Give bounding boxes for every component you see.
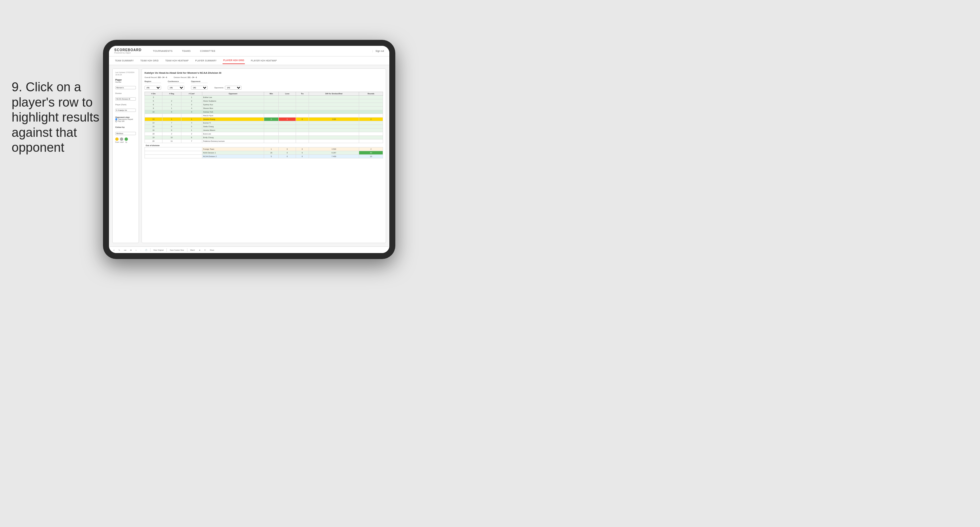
tab-player-h2h-grid[interactable]: PLAYER H2H GRID xyxy=(223,57,245,64)
opponent-view-section: Opponent view Opponents Played Top 100 xyxy=(115,115,136,122)
grid-title: Katelyn Vo Head-to-Head Grid for Women's… xyxy=(145,71,383,75)
grid-table[interactable]: # Div # Reg # Conf Opponent Win Loss Tie… xyxy=(145,92,383,240)
clock-button[interactable]: 🕐 xyxy=(144,249,148,251)
main-content: Last Updated: 27/03/2024 16:55:28 Player… xyxy=(109,65,389,246)
table-row[interactable]: 18 2 2 Euna Lee xyxy=(145,132,383,136)
sidebar-player-rank-section: Player (Rank) 8. Katelyn Vo xyxy=(115,103,136,112)
opponents-label: Opponents: xyxy=(214,87,224,89)
top-100-radio[interactable]: Top 100 xyxy=(115,120,136,122)
toolbar-sep-1 xyxy=(150,248,151,252)
table-row[interactable]: 10 6 3 Andrea York xyxy=(145,110,383,114)
player-section-title: Player xyxy=(115,79,136,81)
watch-button[interactable]: Watch xyxy=(189,249,196,251)
minus-button[interactable]: - xyxy=(140,249,142,251)
table-row-naia[interactable]: NAIA Division 1 15 0 0 9.267 30 xyxy=(145,151,383,155)
nav-tournaments[interactable]: TOURNAMENTS xyxy=(151,49,174,53)
col-conf: # Conf xyxy=(181,92,202,96)
dot-level-label: Level xyxy=(120,141,123,143)
col-tie: Tie xyxy=(296,92,309,96)
zoom-button[interactable]: ⊕ xyxy=(198,249,201,251)
opponent-filter-group: Opponent (All) xyxy=(191,80,208,90)
opponent-select[interactable]: (All) xyxy=(191,86,208,90)
col-diff: Diff Av Strokes/Rnd xyxy=(309,92,359,96)
sidebar-player-section: Player Gender Women's xyxy=(115,79,136,90)
instruction-body: Click on a player's row to highlight res… xyxy=(12,80,99,154)
nav-teams[interactable]: TEAMS xyxy=(181,49,192,53)
nav-committee[interactable]: COMMITTEE xyxy=(199,49,217,53)
division-select[interactable]: NCAA Division III xyxy=(115,97,136,101)
crop-button[interactable]: ⊞ xyxy=(129,249,132,251)
table-row[interactable]: 3 1 Esther Lee xyxy=(145,96,383,99)
records-row: Overall Record: 353 - 34 - 6 Division Re… xyxy=(145,76,383,78)
conference-label: Conference xyxy=(168,80,185,83)
tab-team-h2h-grid[interactable]: TEAM H2H GRID xyxy=(140,57,159,64)
sidebar-division-section: Division NCAA Division III xyxy=(115,92,136,101)
sign-out-button[interactable]: Sign out xyxy=(375,50,384,52)
instruction-text: 9. Click on a player's row to highlight … xyxy=(12,80,105,156)
opponents-value-select[interactable]: (All) xyxy=(225,86,242,90)
table-row[interactable]: 15 8 5 Stella Chang xyxy=(145,125,383,129)
table-row[interactable]: 19 10 6 Emily Chang xyxy=(145,136,383,140)
gender-select[interactable]: Women's xyxy=(115,86,136,89)
dot-up xyxy=(124,138,128,141)
table-row[interactable]: 9 1 4 Sharon Mun xyxy=(145,106,383,110)
logo-subtitle: Powered by clippd xyxy=(114,52,142,54)
share-button[interactable]: Share xyxy=(209,249,215,251)
colour-by-title: Colour by xyxy=(115,126,136,128)
col-rounds: Rounds xyxy=(359,92,383,96)
player-rank-label: Player (Rank) xyxy=(115,103,136,106)
sub-nav: TEAM SUMMARY TEAM H2H GRID TEAM H2H HEAT… xyxy=(109,56,389,65)
tab-team-summary[interactable]: TEAM SUMMARY xyxy=(114,57,135,64)
col-reg: # Reg xyxy=(162,92,181,96)
view-original-button[interactable]: View: Original xyxy=(153,249,165,251)
undo-button[interactable]: ↩ xyxy=(112,249,116,251)
save-custom-button[interactable]: Save Custom View xyxy=(169,249,185,251)
add-button[interactable]: + xyxy=(135,249,138,251)
player-rank-select[interactable]: 8. Katelyn Vo xyxy=(115,109,136,112)
logo: SCOREBOARD Powered by clippd xyxy=(114,49,142,54)
division-record: Division Record: 331 - 34 - 6 xyxy=(174,76,197,78)
table-row-foreign[interactable]: Foreign Team 1 0 0 4.500 2 xyxy=(145,148,383,151)
table-row-ncaa2[interactable]: NCAA Division 2 5 0 0 7.400 10 xyxy=(145,155,383,159)
gender-label: Gender xyxy=(115,81,136,83)
dot-up-label: Up xyxy=(124,141,128,143)
h2h-table: # Div # Reg # Conf Opponent Win Loss Tie… xyxy=(145,92,383,159)
division-label: Division xyxy=(115,92,136,94)
tab-player-summary[interactable]: PLAYER SUMMARY xyxy=(195,57,217,64)
dot-down xyxy=(115,138,119,141)
tablet-frame: SCOREBOARD Powered by clippd TOURNAMENTS… xyxy=(103,40,395,259)
redo-button[interactable]: ↻ xyxy=(118,249,121,251)
table-row[interactable]: 20 11 7 Federica Domecq Lacroze xyxy=(145,140,383,143)
col-win: Win xyxy=(264,92,278,96)
tab-team-h2h-heatmap[interactable]: TEAM H2H HEATMAP xyxy=(164,57,189,64)
tab-player-h2h-heatmap[interactable]: PLAYER H2H HEATMAP xyxy=(250,57,277,64)
tablet-screen: SCOREBOARD Powered by clippd TOURNAMENTS… xyxy=(109,46,389,253)
table-row[interactable]: 16 9 1 Jessica Mason xyxy=(145,129,383,132)
col-opponent: Opponent xyxy=(202,92,264,96)
table-row[interactable]: 14 7 4 Eunice Yi xyxy=(145,121,383,125)
region-label: Region xyxy=(145,80,161,83)
colour-section: Colour by Win/loss Down Level Up xyxy=(115,126,136,143)
colour-by-select[interactable]: Win/loss xyxy=(115,132,136,135)
opponents-filter: Opponents: (All) xyxy=(214,86,242,90)
table-row[interactable]: 6 1 3 Sydney Kuo xyxy=(145,103,383,106)
fullscreen-button[interactable]: ⛶ xyxy=(203,249,207,251)
forward-button[interactable]: ⟶ xyxy=(123,249,127,251)
col-div: # Div xyxy=(145,92,162,96)
table-row-highlighted[interactable]: 13 1 1 Jessica Huang 0 1 0 -3.00 2 xyxy=(145,117,383,121)
table-row[interactable]: 5 2 2 Alexis Sudjianto xyxy=(145,99,383,103)
out-of-division-header: Out of division xyxy=(145,143,383,148)
col-loss: Loss xyxy=(279,92,296,96)
region-select[interactable]: (All) xyxy=(145,86,161,90)
toolbar-sep-2 xyxy=(166,248,167,252)
logo-title: SCOREBOARD xyxy=(114,49,142,52)
nav-divider: | Sign out xyxy=(372,50,384,52)
last-updated: Last Updated: 27/03/2024 16:55:28 xyxy=(115,71,136,76)
dot-down-label: Down xyxy=(115,141,119,143)
toolbar: ↩ ↻ ⟶ ⊞ + - 🕐 View: Original Save Custom… xyxy=(109,246,389,253)
conference-select[interactable]: (All) xyxy=(168,86,185,90)
table-header-row: # Div # Reg # Conf Opponent Win Loss Tie… xyxy=(145,92,383,96)
table-row[interactable]: HeeJo Hyun xyxy=(145,114,383,117)
conference-filter-group: Conference (All) xyxy=(168,80,185,90)
region-filter-group: Region (All) xyxy=(145,80,161,90)
